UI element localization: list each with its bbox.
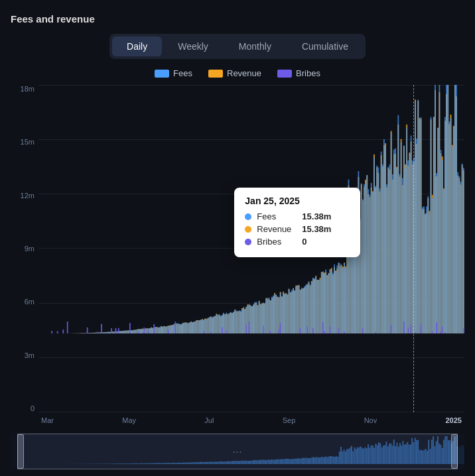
tab-weekly[interactable]: Weekly	[163, 36, 223, 56]
svg-rect-136	[127, 331, 128, 334]
svg-rect-194	[163, 326, 165, 333]
svg-rect-151	[137, 329, 138, 333]
svg-rect-459	[338, 328, 340, 333]
svg-rect-613	[439, 85, 440, 333]
svg-rect-71	[86, 333, 87, 333]
tab-daily[interactable]: Daily	[112, 36, 162, 56]
svg-rect-364	[277, 296, 279, 333]
svg-rect-143	[131, 330, 132, 333]
svg-rect-520	[379, 188, 381, 333]
svg-rect-149	[135, 330, 137, 334]
svg-rect-314	[244, 310, 245, 334]
svg-rect-65	[81, 333, 82, 334]
svg-rect-590	[425, 213, 426, 333]
svg-rect-478	[351, 204, 352, 334]
svg-rect-263	[210, 316, 212, 333]
svg-rect-276	[219, 315, 220, 334]
svg-rect-543	[395, 149, 396, 334]
svg-rect-154	[138, 331, 139, 334]
svg-rect-514	[375, 332, 376, 334]
tab-monthly[interactable]: Monthly	[224, 36, 286, 56]
svg-rect-317	[245, 325, 247, 333]
grid-line-6	[38, 357, 464, 358]
svg-rect-306	[239, 311, 240, 333]
svg-rect-205	[170, 326, 172, 334]
svg-rect-55	[74, 333, 76, 334]
range-selector[interactable]: ···	[11, 434, 464, 469]
svg-rect-577	[416, 139, 417, 333]
svg-rect-250	[202, 320, 203, 334]
fees-color-swatch	[155, 70, 169, 78]
svg-rect-628	[447, 85, 448, 333]
svg-rect-290	[228, 314, 229, 333]
svg-rect-634	[452, 147, 453, 334]
svg-rect-109	[109, 332, 111, 334]
svg-rect-63	[80, 333, 81, 334]
scrollbar-track[interactable]: ···	[17, 434, 458, 469]
svg-rect-80	[91, 333, 92, 333]
svg-rect-345	[264, 303, 265, 333]
svg-rect-431	[321, 272, 322, 333]
svg-rect-563	[407, 327, 409, 333]
svg-rect-560	[406, 127, 407, 333]
svg-rect-222	[182, 324, 183, 334]
svg-rect-67	[82, 333, 84, 333]
svg-rect-324	[250, 305, 251, 333]
svg-rect-626	[446, 85, 447, 333]
legend: Fees Revenue Bribes	[11, 68, 464, 78]
svg-rect-492	[361, 184, 362, 334]
svg-rect-618	[442, 160, 443, 333]
svg-rect-292	[229, 313, 230, 333]
svg-rect-568	[411, 325, 412, 334]
svg-rect-188	[159, 327, 161, 334]
svg-rect-351	[269, 298, 270, 333]
svg-rect-86	[96, 333, 97, 334]
svg-rect-630	[448, 121, 450, 333]
svg-rect-537	[391, 325, 392, 333]
svg-rect-549	[399, 174, 401, 334]
svg-rect-261	[209, 317, 210, 333]
bars-chart	[38, 85, 464, 333]
svg-rect-101	[103, 332, 105, 333]
svg-rect-507	[371, 183, 372, 333]
tab-cumulative[interactable]: Cumulative	[287, 36, 363, 56]
svg-rect-572	[413, 158, 415, 334]
legend-revenue-label: Revenue	[227, 68, 261, 78]
x-label-may: May	[122, 416, 136, 424]
svg-rect-470	[345, 268, 346, 333]
scrollbar-left-thumb[interactable]	[17, 434, 24, 469]
svg-rect-530	[386, 184, 387, 333]
svg-rect-145	[132, 330, 133, 333]
svg-rect-632	[450, 118, 452, 333]
svg-rect-354	[270, 331, 271, 333]
svg-rect-651	[463, 328, 464, 334]
svg-rect-214	[176, 324, 178, 334]
legend-fees-label: Fees	[173, 68, 192, 78]
svg-rect-425	[316, 280, 318, 333]
svg-rect-38	[62, 329, 64, 333]
svg-rect-304	[238, 311, 239, 333]
svg-rect-367	[279, 329, 280, 333]
svg-rect-556	[403, 322, 405, 333]
svg-rect-376	[284, 294, 285, 334]
svg-rect-130	[122, 331, 123, 333]
svg-rect-107	[108, 332, 109, 334]
svg-rect-264	[210, 332, 212, 333]
svg-rect-446	[330, 326, 331, 333]
svg-rect-575	[415, 332, 416, 333]
svg-rect-216	[178, 324, 179, 334]
svg-rect-501	[366, 175, 368, 333]
svg-rect-164	[143, 327, 145, 333]
svg-rect-619	[442, 326, 443, 333]
svg-rect-141	[129, 323, 131, 333]
svg-rect-579	[417, 100, 419, 334]
svg-rect-207	[172, 326, 173, 334]
svg-rect-322	[249, 322, 250, 333]
svg-rect-326	[251, 306, 253, 333]
svg-rect-615	[441, 150, 442, 333]
svg-rect-636	[453, 127, 454, 333]
svg-rect-340	[261, 304, 263, 333]
y-label-12m: 12m	[21, 192, 34, 200]
svg-rect-532	[387, 167, 389, 334]
scrollbar-right-thumb[interactable]	[451, 434, 458, 469]
